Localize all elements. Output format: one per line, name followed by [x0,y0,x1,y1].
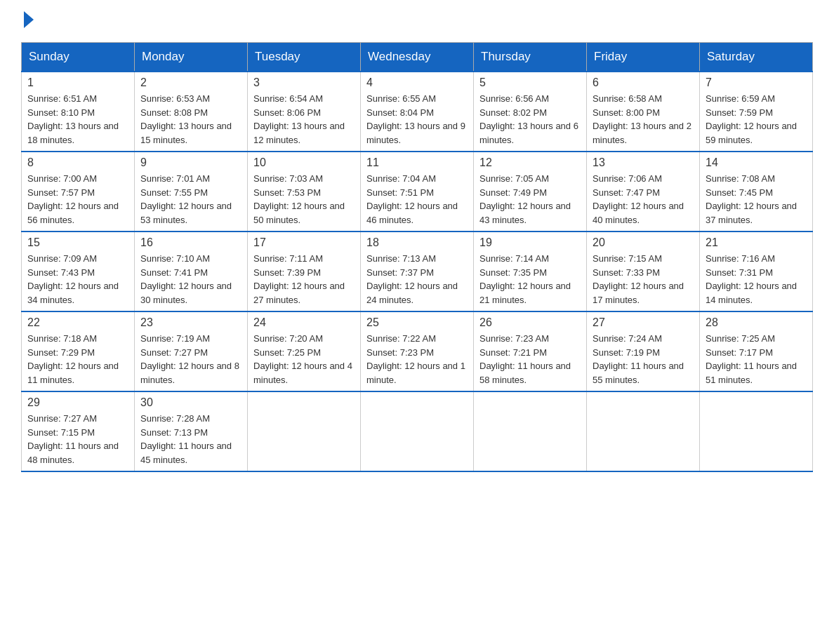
day-number: 10 [253,156,355,169]
calendar-week-row: 22 Sunrise: 7:18 AMSunset: 7:29 PMDaylig… [22,311,813,391]
day-info: Sunrise: 6:59 AMSunset: 7:59 PMDaylight:… [706,92,807,147]
day-number: 23 [140,316,241,329]
day-number: 8 [27,156,128,169]
day-number: 2 [140,76,241,89]
day-info: Sunrise: 6:55 AMSunset: 8:04 PMDaylight:… [366,92,468,147]
day-number: 5 [479,76,581,89]
calendar-cell: 14 Sunrise: 7:08 AMSunset: 7:45 PMDaylig… [700,152,813,232]
calendar-cell: 3 Sunrise: 6:54 AMSunset: 8:06 PMDayligh… [248,72,361,152]
weekday-header-monday: Monday [135,43,248,72]
day-info: Sunrise: 7:27 AMSunset: 7:15 PMDaylight:… [27,412,128,467]
weekday-header-wednesday: Wednesday [361,43,474,72]
calendar-cell: 27 Sunrise: 7:24 AMSunset: 7:19 PMDaylig… [587,311,700,391]
calendar-cell: 22 Sunrise: 7:18 AMSunset: 7:29 PMDaylig… [22,311,135,391]
calendar-cell [361,391,474,471]
calendar-cell: 12 Sunrise: 7:05 AMSunset: 7:49 PMDaylig… [474,152,587,232]
day-number: 12 [479,156,581,169]
calendar-cell: 1 Sunrise: 6:51 AMSunset: 8:10 PMDayligh… [22,72,135,152]
calendar-cell: 20 Sunrise: 7:15 AMSunset: 7:33 PMDaylig… [587,232,700,311]
calendar-cell [474,391,587,471]
day-number: 22 [27,316,128,329]
day-number: 21 [706,236,807,249]
calendar-cell: 24 Sunrise: 7:20 AMSunset: 7:25 PMDaylig… [248,311,361,391]
day-number: 11 [366,156,468,169]
weekday-header-sunday: Sunday [22,43,135,72]
day-info: Sunrise: 7:23 AMSunset: 7:21 PMDaylight:… [479,332,581,387]
day-number: 14 [706,156,807,169]
day-info: Sunrise: 7:24 AMSunset: 7:19 PMDaylight:… [593,332,694,387]
logo-arrow-icon [24,11,34,28]
day-number: 25 [366,316,468,329]
day-number: 3 [253,76,355,89]
day-info: Sunrise: 7:14 AMSunset: 7:35 PMDaylight:… [479,252,581,307]
calendar-cell [700,391,813,471]
calendar-cell: 25 Sunrise: 7:22 AMSunset: 7:23 PMDaylig… [361,311,474,391]
logo [21,14,34,28]
calendar-cell: 4 Sunrise: 6:55 AMSunset: 8:04 PMDayligh… [361,72,474,152]
calendar-table: SundayMondayTuesdayWednesdayThursdayFrid… [21,42,813,472]
day-info: Sunrise: 6:58 AMSunset: 8:00 PMDaylight:… [593,92,694,147]
calendar-week-row: 1 Sunrise: 6:51 AMSunset: 8:10 PMDayligh… [22,72,813,152]
calendar-cell: 21 Sunrise: 7:16 AMSunset: 7:31 PMDaylig… [700,232,813,311]
day-info: Sunrise: 6:54 AMSunset: 8:06 PMDaylight:… [253,92,355,147]
day-info: Sunrise: 7:01 AMSunset: 7:55 PMDaylight:… [140,172,241,227]
day-info: Sunrise: 7:06 AMSunset: 7:47 PMDaylight:… [593,172,694,227]
calendar-cell: 6 Sunrise: 6:58 AMSunset: 8:00 PMDayligh… [587,72,700,152]
calendar-cell: 26 Sunrise: 7:23 AMSunset: 7:21 PMDaylig… [474,311,587,391]
calendar-cell: 8 Sunrise: 7:00 AMSunset: 7:57 PMDayligh… [22,152,135,232]
day-number: 17 [253,236,355,249]
calendar-week-row: 8 Sunrise: 7:00 AMSunset: 7:57 PMDayligh… [22,152,813,232]
day-number: 16 [140,236,241,249]
calendar-cell: 28 Sunrise: 7:25 AMSunset: 7:17 PMDaylig… [700,311,813,391]
day-info: Sunrise: 7:15 AMSunset: 7:33 PMDaylight:… [593,252,694,307]
day-info: Sunrise: 7:08 AMSunset: 7:45 PMDaylight:… [706,172,807,227]
day-info: Sunrise: 7:04 AMSunset: 7:51 PMDaylight:… [366,172,468,227]
calendar-cell: 7 Sunrise: 6:59 AMSunset: 7:59 PMDayligh… [700,72,813,152]
day-info: Sunrise: 7:05 AMSunset: 7:49 PMDaylight:… [479,172,581,227]
day-info: Sunrise: 7:00 AMSunset: 7:57 PMDaylight:… [27,172,128,227]
day-number: 7 [706,76,807,89]
day-number: 6 [593,76,694,89]
day-number: 26 [479,316,581,329]
calendar-cell: 23 Sunrise: 7:19 AMSunset: 7:27 PMDaylig… [135,311,248,391]
weekday-header-thursday: Thursday [474,43,587,72]
day-info: Sunrise: 7:13 AMSunset: 7:37 PMDaylight:… [366,252,468,307]
day-info: Sunrise: 7:03 AMSunset: 7:53 PMDaylight:… [253,172,355,227]
day-number: 20 [593,236,694,249]
calendar-cell: 2 Sunrise: 6:53 AMSunset: 8:08 PMDayligh… [135,72,248,152]
calendar-week-row: 15 Sunrise: 7:09 AMSunset: 7:43 PMDaylig… [22,232,813,311]
day-info: Sunrise: 7:09 AMSunset: 7:43 PMDaylight:… [27,252,128,307]
day-info: Sunrise: 6:51 AMSunset: 8:10 PMDaylight:… [27,92,128,147]
day-number: 19 [479,236,581,249]
weekday-header-friday: Friday [587,43,700,72]
calendar-cell: 29 Sunrise: 7:27 AMSunset: 7:15 PMDaylig… [22,391,135,471]
day-number: 27 [593,316,694,329]
day-number: 9 [140,156,241,169]
page-header [21,14,813,28]
day-info: Sunrise: 7:28 AMSunset: 7:13 PMDaylight:… [140,412,241,467]
calendar-cell: 16 Sunrise: 7:10 AMSunset: 7:41 PMDaylig… [135,232,248,311]
calendar-cell [587,391,700,471]
calendar-cell: 30 Sunrise: 7:28 AMSunset: 7:13 PMDaylig… [135,391,248,471]
day-info: Sunrise: 7:19 AMSunset: 7:27 PMDaylight:… [140,332,241,387]
day-info: Sunrise: 7:25 AMSunset: 7:17 PMDaylight:… [706,332,807,387]
day-info: Sunrise: 6:56 AMSunset: 8:02 PMDaylight:… [479,92,581,147]
day-number: 28 [706,316,807,329]
day-number: 24 [253,316,355,329]
calendar-week-row: 29 Sunrise: 7:27 AMSunset: 7:15 PMDaylig… [22,391,813,471]
calendar-cell: 18 Sunrise: 7:13 AMSunset: 7:37 PMDaylig… [361,232,474,311]
day-number: 1 [27,76,128,89]
calendar-cell [248,391,361,471]
day-info: Sunrise: 7:18 AMSunset: 7:29 PMDaylight:… [27,332,128,387]
calendar-cell: 10 Sunrise: 7:03 AMSunset: 7:53 PMDaylig… [248,152,361,232]
day-number: 13 [593,156,694,169]
day-info: Sunrise: 7:20 AMSunset: 7:25 PMDaylight:… [253,332,355,387]
day-info: Sunrise: 7:10 AMSunset: 7:41 PMDaylight:… [140,252,241,307]
day-info: Sunrise: 6:53 AMSunset: 8:08 PMDaylight:… [140,92,241,147]
calendar-cell: 5 Sunrise: 6:56 AMSunset: 8:02 PMDayligh… [474,72,587,152]
calendar-cell: 15 Sunrise: 7:09 AMSunset: 7:43 PMDaylig… [22,232,135,311]
calendar-cell: 9 Sunrise: 7:01 AMSunset: 7:55 PMDayligh… [135,152,248,232]
calendar-cell: 17 Sunrise: 7:11 AMSunset: 7:39 PMDaylig… [248,232,361,311]
day-number: 18 [366,236,468,249]
calendar-cell: 19 Sunrise: 7:14 AMSunset: 7:35 PMDaylig… [474,232,587,311]
